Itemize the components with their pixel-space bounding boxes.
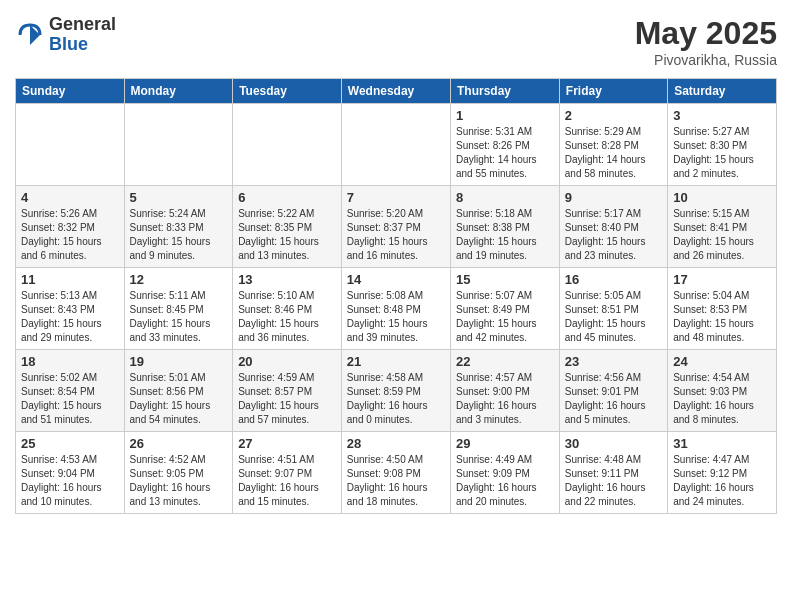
location-subtitle: Pivovarikha, Russia	[635, 52, 777, 68]
weekday-header-tuesday: Tuesday	[233, 79, 342, 104]
day-number: 14	[347, 272, 445, 287]
day-info: Sunrise: 4:48 AM Sunset: 9:11 PM Dayligh…	[565, 453, 662, 509]
logo-icon	[15, 20, 45, 50]
calendar-cell: 26Sunrise: 4:52 AM Sunset: 9:05 PM Dayli…	[124, 432, 233, 514]
month-year-title: May 2025	[635, 15, 777, 52]
day-info: Sunrise: 5:20 AM Sunset: 8:37 PM Dayligh…	[347, 207, 445, 263]
day-number: 26	[130, 436, 228, 451]
calendar-cell: 12Sunrise: 5:11 AM Sunset: 8:45 PM Dayli…	[124, 268, 233, 350]
calendar-cell: 22Sunrise: 4:57 AM Sunset: 9:00 PM Dayli…	[450, 350, 559, 432]
calendar-cell: 27Sunrise: 4:51 AM Sunset: 9:07 PM Dayli…	[233, 432, 342, 514]
logo-text: General Blue	[49, 15, 116, 55]
day-number: 25	[21, 436, 119, 451]
day-number: 13	[238, 272, 336, 287]
calendar-week-row: 18Sunrise: 5:02 AM Sunset: 8:54 PM Dayli…	[16, 350, 777, 432]
calendar-cell: 9Sunrise: 5:17 AM Sunset: 8:40 PM Daylig…	[559, 186, 667, 268]
calendar-cell: 2Sunrise: 5:29 AM Sunset: 8:28 PM Daylig…	[559, 104, 667, 186]
day-number: 5	[130, 190, 228, 205]
calendar-cell: 3Sunrise: 5:27 AM Sunset: 8:30 PM Daylig…	[668, 104, 777, 186]
calendar-cell: 1Sunrise: 5:31 AM Sunset: 8:26 PM Daylig…	[450, 104, 559, 186]
calendar-cell: 15Sunrise: 5:07 AM Sunset: 8:49 PM Dayli…	[450, 268, 559, 350]
day-number: 16	[565, 272, 662, 287]
calendar-cell: 25Sunrise: 4:53 AM Sunset: 9:04 PM Dayli…	[16, 432, 125, 514]
calendar-cell	[233, 104, 342, 186]
calendar-week-row: 25Sunrise: 4:53 AM Sunset: 9:04 PM Dayli…	[16, 432, 777, 514]
day-info: Sunrise: 5:13 AM Sunset: 8:43 PM Dayligh…	[21, 289, 119, 345]
calendar-cell: 18Sunrise: 5:02 AM Sunset: 8:54 PM Dayli…	[16, 350, 125, 432]
day-info: Sunrise: 5:02 AM Sunset: 8:54 PM Dayligh…	[21, 371, 119, 427]
day-info: Sunrise: 4:50 AM Sunset: 9:08 PM Dayligh…	[347, 453, 445, 509]
day-number: 28	[347, 436, 445, 451]
calendar-cell: 20Sunrise: 4:59 AM Sunset: 8:57 PM Dayli…	[233, 350, 342, 432]
day-number: 27	[238, 436, 336, 451]
day-number: 1	[456, 108, 554, 123]
calendar-cell: 23Sunrise: 4:56 AM Sunset: 9:01 PM Dayli…	[559, 350, 667, 432]
calendar-cell: 5Sunrise: 5:24 AM Sunset: 8:33 PM Daylig…	[124, 186, 233, 268]
logo-blue: Blue	[49, 35, 116, 55]
calendar-cell: 21Sunrise: 4:58 AM Sunset: 8:59 PM Dayli…	[341, 350, 450, 432]
day-number: 12	[130, 272, 228, 287]
calendar-week-row: 11Sunrise: 5:13 AM Sunset: 8:43 PM Dayli…	[16, 268, 777, 350]
day-number: 23	[565, 354, 662, 369]
calendar-cell	[124, 104, 233, 186]
day-info: Sunrise: 5:18 AM Sunset: 8:38 PM Dayligh…	[456, 207, 554, 263]
calendar-cell	[16, 104, 125, 186]
day-number: 22	[456, 354, 554, 369]
calendar-cell: 8Sunrise: 5:18 AM Sunset: 8:38 PM Daylig…	[450, 186, 559, 268]
day-info: Sunrise: 5:15 AM Sunset: 8:41 PM Dayligh…	[673, 207, 771, 263]
calendar-cell: 29Sunrise: 4:49 AM Sunset: 9:09 PM Dayli…	[450, 432, 559, 514]
day-number: 31	[673, 436, 771, 451]
day-number: 3	[673, 108, 771, 123]
day-number: 20	[238, 354, 336, 369]
day-number: 19	[130, 354, 228, 369]
calendar-cell: 4Sunrise: 5:26 AM Sunset: 8:32 PM Daylig…	[16, 186, 125, 268]
day-number: 11	[21, 272, 119, 287]
calendar-cell: 31Sunrise: 4:47 AM Sunset: 9:12 PM Dayli…	[668, 432, 777, 514]
day-number: 29	[456, 436, 554, 451]
day-info: Sunrise: 5:05 AM Sunset: 8:51 PM Dayligh…	[565, 289, 662, 345]
day-number: 9	[565, 190, 662, 205]
logo: General Blue	[15, 15, 116, 55]
page-header: General Blue May 2025 Pivovarikha, Russi…	[15, 15, 777, 68]
calendar-cell: 14Sunrise: 5:08 AM Sunset: 8:48 PM Dayli…	[341, 268, 450, 350]
day-info: Sunrise: 4:51 AM Sunset: 9:07 PM Dayligh…	[238, 453, 336, 509]
calendar-cell: 17Sunrise: 5:04 AM Sunset: 8:53 PM Dayli…	[668, 268, 777, 350]
day-info: Sunrise: 4:47 AM Sunset: 9:12 PM Dayligh…	[673, 453, 771, 509]
day-number: 6	[238, 190, 336, 205]
weekday-header-friday: Friday	[559, 79, 667, 104]
day-info: Sunrise: 5:07 AM Sunset: 8:49 PM Dayligh…	[456, 289, 554, 345]
day-number: 4	[21, 190, 119, 205]
day-info: Sunrise: 4:54 AM Sunset: 9:03 PM Dayligh…	[673, 371, 771, 427]
calendar-cell: 11Sunrise: 5:13 AM Sunset: 8:43 PM Dayli…	[16, 268, 125, 350]
day-number: 10	[673, 190, 771, 205]
day-info: Sunrise: 5:01 AM Sunset: 8:56 PM Dayligh…	[130, 371, 228, 427]
calendar-cell: 30Sunrise: 4:48 AM Sunset: 9:11 PM Dayli…	[559, 432, 667, 514]
day-info: Sunrise: 5:31 AM Sunset: 8:26 PM Dayligh…	[456, 125, 554, 181]
day-number: 15	[456, 272, 554, 287]
day-info: Sunrise: 5:29 AM Sunset: 8:28 PM Dayligh…	[565, 125, 662, 181]
day-info: Sunrise: 5:22 AM Sunset: 8:35 PM Dayligh…	[238, 207, 336, 263]
day-info: Sunrise: 5:17 AM Sunset: 8:40 PM Dayligh…	[565, 207, 662, 263]
logo-general: General	[49, 15, 116, 35]
day-number: 18	[21, 354, 119, 369]
day-info: Sunrise: 4:59 AM Sunset: 8:57 PM Dayligh…	[238, 371, 336, 427]
day-number: 30	[565, 436, 662, 451]
calendar-cell	[341, 104, 450, 186]
day-number: 2	[565, 108, 662, 123]
day-info: Sunrise: 4:49 AM Sunset: 9:09 PM Dayligh…	[456, 453, 554, 509]
weekday-header-monday: Monday	[124, 79, 233, 104]
calendar-header-row: SundayMondayTuesdayWednesdayThursdayFrid…	[16, 79, 777, 104]
day-info: Sunrise: 5:27 AM Sunset: 8:30 PM Dayligh…	[673, 125, 771, 181]
weekday-header-wednesday: Wednesday	[341, 79, 450, 104]
weekday-header-saturday: Saturday	[668, 79, 777, 104]
day-info: Sunrise: 4:53 AM Sunset: 9:04 PM Dayligh…	[21, 453, 119, 509]
day-info: Sunrise: 4:52 AM Sunset: 9:05 PM Dayligh…	[130, 453, 228, 509]
calendar-table: SundayMondayTuesdayWednesdayThursdayFrid…	[15, 78, 777, 514]
day-info: Sunrise: 5:04 AM Sunset: 8:53 PM Dayligh…	[673, 289, 771, 345]
weekday-header-sunday: Sunday	[16, 79, 125, 104]
weekday-header-thursday: Thursday	[450, 79, 559, 104]
day-info: Sunrise: 5:24 AM Sunset: 8:33 PM Dayligh…	[130, 207, 228, 263]
calendar-cell: 16Sunrise: 5:05 AM Sunset: 8:51 PM Dayli…	[559, 268, 667, 350]
day-info: Sunrise: 5:08 AM Sunset: 8:48 PM Dayligh…	[347, 289, 445, 345]
title-block: May 2025 Pivovarikha, Russia	[635, 15, 777, 68]
